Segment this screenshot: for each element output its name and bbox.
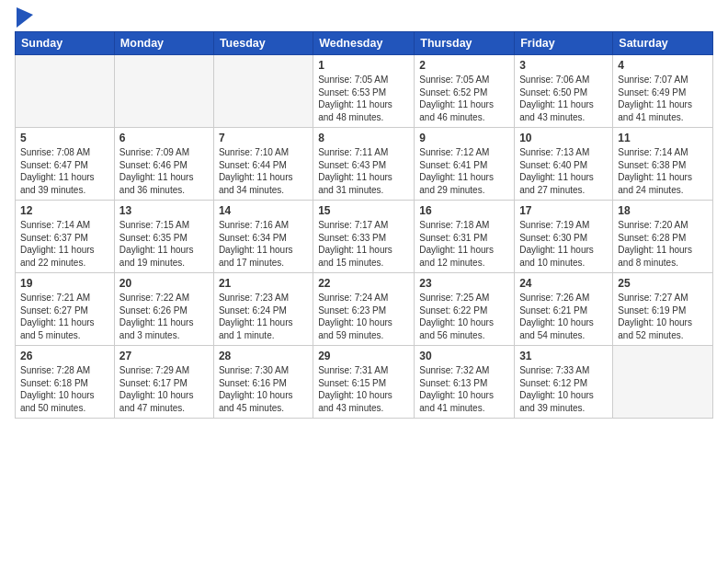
- svg-marker-0: [17, 7, 33, 28]
- day-number: 19: [20, 277, 109, 290]
- weekday-header-saturday: Saturday: [613, 32, 713, 55]
- day-number: 13: [119, 204, 209, 217]
- day-info: Sunrise: 7:27 AM Sunset: 6:19 PM Dayligh…: [618, 292, 708, 341]
- day-info: Sunrise: 7:12 AM Sunset: 6:41 PM Dayligh…: [419, 146, 509, 196]
- day-number: 25: [618, 277, 708, 290]
- day-number: 6: [119, 132, 209, 144]
- day-info: Sunrise: 7:22 AM Sunset: 6:26 PM Dayligh…: [119, 292, 209, 341]
- day-info: Sunrise: 7:26 AM Sunset: 6:21 PM Dayligh…: [519, 292, 608, 341]
- day-number: 24: [519, 277, 608, 290]
- weekday-header-row: SundayMondayTuesdayWednesdayThursdayFrid…: [16, 32, 713, 55]
- day-number: 18: [618, 204, 708, 217]
- calendar-cell: 18Sunrise: 7:20 AM Sunset: 6:28 PM Dayli…: [613, 201, 713, 273]
- day-info: Sunrise: 7:28 AM Sunset: 6:18 PM Dayligh…: [20, 364, 109, 414]
- day-info: Sunrise: 7:17 AM Sunset: 6:33 PM Dayligh…: [318, 219, 409, 269]
- day-info: Sunrise: 7:24 AM Sunset: 6:23 PM Dayligh…: [318, 292, 409, 341]
- day-number: 2: [419, 59, 509, 72]
- day-number: 14: [219, 204, 308, 217]
- calendar-cell: 9Sunrise: 7:12 AM Sunset: 6:41 PM Daylig…: [415, 128, 515, 201]
- calendar-cell: 13Sunrise: 7:15 AM Sunset: 6:35 PM Dayli…: [114, 201, 213, 273]
- day-info: Sunrise: 7:13 AM Sunset: 6:40 PM Dayligh…: [519, 146, 608, 196]
- weekday-header-tuesday: Tuesday: [213, 32, 313, 55]
- calendar-cell: 16Sunrise: 7:18 AM Sunset: 6:31 PM Dayli…: [415, 201, 515, 273]
- weekday-header-wednesday: Wednesday: [313, 32, 415, 55]
- day-info: Sunrise: 7:30 AM Sunset: 6:16 PM Dayligh…: [219, 364, 308, 414]
- calendar-table: SundayMondayTuesdayWednesdayThursdayFrid…: [15, 31, 713, 419]
- day-info: Sunrise: 7:14 AM Sunset: 6:38 PM Dayligh…: [618, 146, 708, 196]
- weekday-header-friday: Friday: [515, 32, 613, 55]
- calendar-cell: 28Sunrise: 7:30 AM Sunset: 6:16 PM Dayli…: [213, 346, 313, 419]
- day-number: 30: [419, 350, 509, 362]
- day-info: Sunrise: 7:14 AM Sunset: 6:37 PM Dayligh…: [20, 219, 109, 269]
- day-info: Sunrise: 7:06 AM Sunset: 6:50 PM Dayligh…: [519, 74, 608, 123]
- day-info: Sunrise: 7:33 AM Sunset: 6:12 PM Dayligh…: [519, 364, 608, 414]
- calendar-cell: 27Sunrise: 7:29 AM Sunset: 6:17 PM Dayli…: [114, 346, 213, 419]
- day-info: Sunrise: 7:23 AM Sunset: 6:24 PM Dayligh…: [219, 292, 308, 341]
- day-number: 5: [20, 132, 109, 144]
- day-number: 29: [318, 350, 409, 362]
- day-number: 23: [419, 277, 509, 290]
- calendar-cell: 21Sunrise: 7:23 AM Sunset: 6:24 PM Dayli…: [213, 273, 313, 346]
- day-number: 26: [20, 350, 109, 362]
- day-number: 12: [20, 204, 109, 217]
- calendar-cell: [213, 55, 313, 128]
- calendar-week-5: 26Sunrise: 7:28 AM Sunset: 6:18 PM Dayli…: [16, 346, 713, 419]
- day-number: 8: [318, 132, 409, 144]
- calendar-cell: 14Sunrise: 7:16 AM Sunset: 6:34 PM Dayli…: [213, 201, 313, 273]
- day-number: 7: [219, 132, 308, 144]
- day-info: Sunrise: 7:10 AM Sunset: 6:44 PM Dayligh…: [219, 146, 308, 196]
- day-info: Sunrise: 7:20 AM Sunset: 6:28 PM Dayligh…: [618, 219, 708, 269]
- weekday-header-sunday: Sunday: [16, 32, 115, 55]
- calendar-cell: [613, 346, 713, 419]
- calendar-cell: 12Sunrise: 7:14 AM Sunset: 6:37 PM Dayli…: [16, 201, 115, 273]
- day-number: 16: [419, 204, 509, 217]
- calendar-cell: 1Sunrise: 7:05 AM Sunset: 6:53 PM Daylig…: [313, 55, 415, 128]
- calendar-cell: 7Sunrise: 7:10 AM Sunset: 6:44 PM Daylig…: [213, 128, 313, 201]
- day-info: Sunrise: 7:07 AM Sunset: 6:49 PM Dayligh…: [618, 74, 708, 123]
- calendar-cell: 8Sunrise: 7:11 AM Sunset: 6:43 PM Daylig…: [313, 128, 415, 201]
- calendar-cell: 2Sunrise: 7:05 AM Sunset: 6:52 PM Daylig…: [415, 55, 515, 128]
- calendar-week-1: 1Sunrise: 7:05 AM Sunset: 6:53 PM Daylig…: [16, 55, 713, 128]
- calendar-cell: 26Sunrise: 7:28 AM Sunset: 6:18 PM Dayli…: [16, 346, 115, 419]
- day-info: Sunrise: 7:08 AM Sunset: 6:47 PM Dayligh…: [20, 146, 109, 196]
- day-number: 1: [318, 59, 409, 72]
- calendar-cell: 4Sunrise: 7:07 AM Sunset: 6:49 PM Daylig…: [613, 55, 713, 128]
- logo-icon: [17, 7, 33, 28]
- header: [15, 9, 713, 28]
- logo: [15, 9, 33, 28]
- calendar-cell: 11Sunrise: 7:14 AM Sunset: 6:38 PM Dayli…: [613, 128, 713, 201]
- day-info: Sunrise: 7:15 AM Sunset: 6:35 PM Dayligh…: [119, 219, 209, 269]
- day-number: 21: [219, 277, 308, 290]
- day-info: Sunrise: 7:25 AM Sunset: 6:22 PM Dayligh…: [419, 292, 509, 341]
- day-info: Sunrise: 7:05 AM Sunset: 6:52 PM Dayligh…: [419, 74, 509, 123]
- day-number: 17: [519, 204, 608, 217]
- calendar-cell: 3Sunrise: 7:06 AM Sunset: 6:50 PM Daylig…: [515, 55, 613, 128]
- day-info: Sunrise: 7:16 AM Sunset: 6:34 PM Dayligh…: [219, 219, 308, 269]
- weekday-header-thursday: Thursday: [415, 32, 515, 55]
- day-number: 28: [219, 350, 308, 362]
- calendar-cell: 15Sunrise: 7:17 AM Sunset: 6:33 PM Dayli…: [313, 201, 415, 273]
- calendar-cell: 31Sunrise: 7:33 AM Sunset: 6:12 PM Dayli…: [515, 346, 613, 419]
- day-info: Sunrise: 7:09 AM Sunset: 6:46 PM Dayligh…: [119, 146, 209, 196]
- weekday-header-monday: Monday: [114, 32, 213, 55]
- calendar-cell: [16, 55, 115, 128]
- calendar-cell: 22Sunrise: 7:24 AM Sunset: 6:23 PM Dayli…: [313, 273, 415, 346]
- calendar-cell: 17Sunrise: 7:19 AM Sunset: 6:30 PM Dayli…: [515, 201, 613, 273]
- calendar-cell: [114, 55, 213, 128]
- day-number: 20: [119, 277, 209, 290]
- calendar-cell: 30Sunrise: 7:32 AM Sunset: 6:13 PM Dayli…: [415, 346, 515, 419]
- day-info: Sunrise: 7:05 AM Sunset: 6:53 PM Dayligh…: [318, 74, 409, 123]
- calendar-cell: 25Sunrise: 7:27 AM Sunset: 6:19 PM Dayli…: [613, 273, 713, 346]
- page: SundayMondayTuesdayWednesdayThursdayFrid…: [0, 0, 728, 563]
- calendar-cell: 19Sunrise: 7:21 AM Sunset: 6:27 PM Dayli…: [16, 273, 115, 346]
- day-number: 4: [618, 59, 708, 72]
- day-number: 3: [519, 59, 608, 72]
- day-number: 15: [318, 204, 409, 217]
- calendar-cell: 24Sunrise: 7:26 AM Sunset: 6:21 PM Dayli…: [515, 273, 613, 346]
- calendar-week-4: 19Sunrise: 7:21 AM Sunset: 6:27 PM Dayli…: [16, 273, 713, 346]
- calendar-cell: 6Sunrise: 7:09 AM Sunset: 6:46 PM Daylig…: [114, 128, 213, 201]
- calendar-cell: 29Sunrise: 7:31 AM Sunset: 6:15 PM Dayli…: [313, 346, 415, 419]
- day-info: Sunrise: 7:29 AM Sunset: 6:17 PM Dayligh…: [119, 364, 209, 414]
- calendar-cell: 5Sunrise: 7:08 AM Sunset: 6:47 PM Daylig…: [16, 128, 115, 201]
- calendar-cell: 20Sunrise: 7:22 AM Sunset: 6:26 PM Dayli…: [114, 273, 213, 346]
